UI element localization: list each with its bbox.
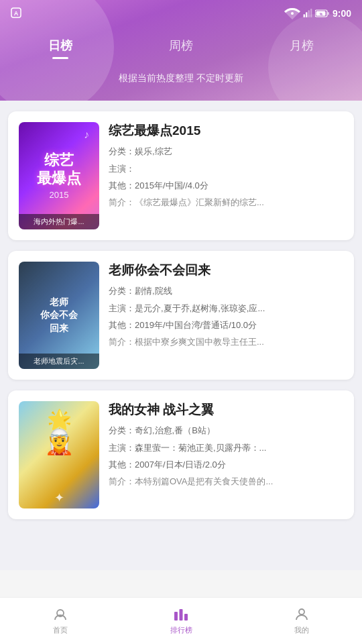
clock: 9:00 <box>333 8 351 19</box>
card-category-3: 分类：奇幻,治愈,番（B站） <box>109 424 343 437</box>
tab-bar: 日榜 周榜 月榜 <box>0 24 362 66</box>
card-info-1: 综艺最爆点2015 分类：娱乐,综艺 主演： 其他：2015年/中国//4.0分… <box>109 122 343 229</box>
nav-ranking[interactable]: 排行榜 <box>121 606 241 635</box>
svg-text:A: A <box>14 10 19 17</box>
card-1[interactable]: 综艺最爆点 2015 ♪ 海内外热门爆... 综艺最爆点2015 分类：娱乐,综… <box>8 111 354 240</box>
svg-rect-13 <box>184 614 188 621</box>
home-icon <box>52 606 68 623</box>
subtitle: 根据当前热度整理 不定时更新 <box>0 66 362 87</box>
card-list: 综艺最爆点 2015 ♪ 海内外热门爆... 综艺最爆点2015 分类：娱乐,综… <box>0 101 362 570</box>
svg-rect-7 <box>327 12 329 15</box>
svg-rect-4 <box>308 10 310 17</box>
header: A % 9:00 日榜 <box>0 0 362 101</box>
svg-rect-2 <box>304 14 305 17</box>
card-category-2: 分类：剧情,院线 <box>109 284 343 298</box>
anime-character-icon: 🧝 <box>19 428 99 456</box>
profile-icon <box>294 606 310 623</box>
content-area: 综艺最爆点 2015 ♪ 海内外热门爆... 综艺最爆点2015 分类：娱乐,综… <box>0 101 362 621</box>
ranking-icon <box>173 606 189 623</box>
card-cast-1: 主演： <box>109 162 343 176</box>
bottom-nav: 首页 排行榜 我的 <box>0 597 362 644</box>
card-info-3: 我的女神 战斗之翼 分类：奇幻,治愈,番（B站） 主演：森里萤一：菊池正美,贝露… <box>109 401 343 508</box>
svg-rect-11 <box>174 612 178 621</box>
svg-rect-5 <box>310 9 312 17</box>
thumbnail-1: 综艺最爆点 2015 ♪ 海内外热门爆... <box>19 122 99 229</box>
card-title-3: 我的女神 战斗之翼 <box>109 401 343 419</box>
svg-rect-3 <box>306 12 307 17</box>
card-2[interactable]: 老师你会不会回来 老师地震后灾... 老师你会不会回来 分类：剧情,院线 主演：… <box>8 251 354 380</box>
music-note-icon: ♪ <box>84 129 89 141</box>
wing-icon: ✦ <box>19 490 99 505</box>
card-title-1: 综艺最爆点2015 <box>109 122 343 140</box>
battery-icon: % <box>315 9 330 17</box>
nav-mine-label: 我的 <box>294 625 309 635</box>
app-icon: A <box>11 7 21 20</box>
card-cast-3: 主演：森里萤一：菊池正美,贝露丹蒂：... <box>109 441 343 455</box>
nav-home-label: 首页 <box>53 625 68 635</box>
tab-daily[interactable]: 日榜 <box>0 38 121 59</box>
thumb-overlay-1: 海内外热门爆... <box>19 214 99 229</box>
card-other-3: 其他：2007年/日本/日语/2.0分 <box>109 458 343 472</box>
wifi-icon <box>284 5 300 21</box>
card-desc-2: 简介：根据中寮乡爽文国中教导主任王... <box>109 336 343 348</box>
card-category-1: 分类：娱乐,综艺 <box>109 145 343 158</box>
nav-ranking-label: 排行榜 <box>170 625 192 635</box>
nav-home[interactable]: 首页 <box>0 606 121 635</box>
nav-mine[interactable]: 我的 <box>241 606 362 635</box>
card-other-2: 其他：2019年/中国台湾/普通话/10.0分 <box>109 319 343 332</box>
card-cast-2: 主演：是元介,夏于乔,赵树海,张琼姿,应... <box>109 302 343 315</box>
thumbnail-2: 老师你会不会回来 老师地震后灾... <box>19 262 99 369</box>
tab-weekly[interactable]: 周榜 <box>121 38 241 59</box>
card-desc-1: 简介：《综艺最爆点》汇聚新鲜的综艺... <box>109 197 343 209</box>
card-other-1: 其他：2015年/中国//4.0分 <box>109 179 343 193</box>
card-info-2: 老师你会不会回来 分类：剧情,院线 主演：是元介,夏于乔,赵树海,张琼姿,应..… <box>109 262 343 369</box>
svg-point-14 <box>299 609 304 614</box>
thumbnail-3: 🌟 🧝 ✦ <box>19 401 99 508</box>
card-3[interactable]: 🌟 🧝 ✦ 我的女神 战斗之翼 分类：奇幻,治愈,番（B站） 主演：森里萤一：菊… <box>8 390 354 519</box>
signal-icon <box>303 9 312 18</box>
svg-rect-12 <box>180 609 183 621</box>
tab-monthly[interactable]: 月榜 <box>241 38 362 59</box>
svg-text:%: % <box>320 12 323 16</box>
status-bar: A % 9:00 <box>0 0 362 24</box>
thumb-overlay-2: 老师地震后灾... <box>19 354 99 369</box>
card-title-2: 老师你会不会回来 <box>109 262 343 279</box>
status-icons: % 9:00 <box>284 5 351 21</box>
card-desc-3: 简介：本特别篇OVA是把有关食天使兽的... <box>109 476 343 488</box>
